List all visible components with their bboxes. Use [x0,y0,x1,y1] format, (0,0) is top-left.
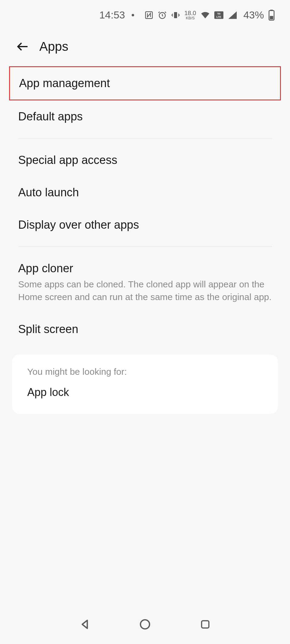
menu-item-display-over-other-apps[interactable]: Display over other apps [0,209,290,241]
signal-icon [228,11,237,19]
suggestion-label: You might be looking for: [27,367,263,377]
settings-content: App management Default apps Special app … [0,66,290,414]
divider [18,247,272,247]
menu-item-label: Split screen [18,323,272,336]
svg-point-9 [140,620,150,629]
wifi-icon [200,11,210,19]
back-button[interactable] [15,39,30,54]
network-speed: 18.0 KB/S [184,10,196,20]
nav-back-button[interactable] [77,617,92,632]
page-header: Apps [0,24,290,66]
status-dot-icon [132,14,134,16]
battery-icon [268,10,275,21]
nav-recent-button[interactable] [198,617,213,632]
svg-text:Vo: Vo [217,12,221,15]
volte-icon: Vo LTE [214,11,223,19]
status-bar: 14:53 18.0 KB/S Vo LTE [0,0,290,24]
menu-item-app-cloner[interactable]: App cloner Some apps can be cloned. The … [0,252,290,313]
menu-item-app-management[interactable]: App management [9,66,281,100]
svg-text:LTE: LTE [216,15,221,18]
suggestion-card: You might be looking for: App lock [12,355,278,414]
battery-percent: 43% [243,9,264,21]
page-title: Apps [39,39,68,54]
menu-item-description: Some apps can be cloned. The cloned app … [18,278,272,303]
svg-rect-10 [202,621,209,628]
svg-rect-2 [174,12,177,18]
menu-item-default-apps[interactable]: Default apps [0,100,290,133]
alarm-icon [158,11,167,20]
nfc-icon [144,11,153,20]
menu-item-auto-launch[interactable]: Auto launch [0,176,290,209]
menu-item-label: Default apps [18,110,272,123]
svg-rect-8 [270,16,273,19]
status-time: 14:53 [99,9,125,21]
divider [18,138,272,139]
menu-item-label: Display over other apps [18,218,272,231]
menu-item-label: Auto launch [18,186,272,199]
menu-item-label: App cloner [18,262,272,275]
vibrate-icon [171,11,180,20]
menu-item-label: Special app access [18,154,272,167]
navigation-bar [0,605,290,644]
menu-item-special-app-access[interactable]: Special app access [0,144,290,176]
menu-item-split-screen[interactable]: Split screen [0,313,290,345]
nav-home-button[interactable] [137,617,153,632]
menu-item-label: App management [19,77,271,90]
suggestion-item-app-lock[interactable]: App lock [27,386,263,399]
